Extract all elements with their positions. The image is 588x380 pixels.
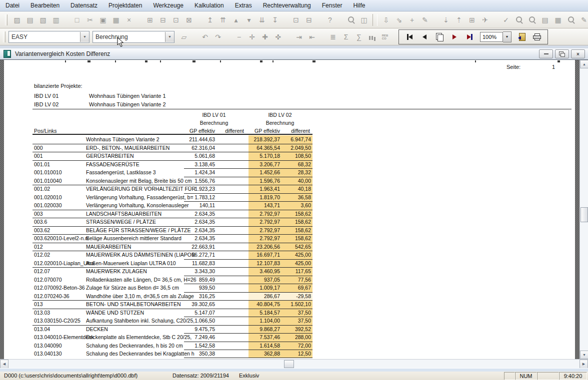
status-num-lock: NUM [515, 372, 537, 380]
menu-werkzeuge[interactable]: Werkzeuge [148, 0, 188, 11]
scroll-up-arrow[interactable]: ▲ [580, 60, 588, 68]
search-web-icon[interactable] [344, 14, 358, 25]
help-icon[interactable]: ? [324, 14, 336, 25]
row-diff-value: 117,65 [271, 267, 311, 276]
row-pos: 013.040090 [34, 342, 62, 350]
link-down-icon[interactable]: ⇣ [440, 14, 452, 25]
sum-icon[interactable]: ∑ [352, 31, 366, 42]
search-project-icon[interactable] [512, 14, 526, 25]
sum-partial-icon[interactable]: Σ [340, 31, 352, 42]
move-down-fast-icon[interactable]: ⇊ [256, 14, 268, 25]
position-add-icon[interactable]: ✚ [258, 31, 272, 42]
last-record-button[interactable] [462, 31, 477, 43]
print-button[interactable] [530, 31, 544, 43]
record-edit-icon[interactable]: ✎ [418, 14, 432, 25]
outdent-icon[interactable]: ⇤ [306, 31, 318, 42]
new-icon[interactable]: □ [70, 14, 84, 25]
row-pos: 003 [34, 210, 43, 218]
tree-list-icon[interactable]: ⊠ [182, 14, 196, 25]
menu-kalkulation[interactable]: Kalkulation [189, 0, 230, 11]
first-record-button[interactable] [402, 31, 417, 43]
modules-icon[interactable]: ⊞ [466, 14, 478, 25]
cut-icon[interactable]: ✂ [84, 14, 96, 25]
chart-icon[interactable] [366, 31, 378, 42]
toolbar-main-icons: ▨▤▧▥□✂▣▦×⊞⊟⊡⊠↥⇈▴▾⇊↧⊡⊟?◫⇩⇘+✎⇣⇡⊞✈✓▤▦✎ [10, 14, 588, 26]
restore-button[interactable] [555, 49, 569, 58]
printer-icon [533, 33, 541, 40]
chevron-down-icon[interactable]: ▼ [503, 31, 512, 42]
print-preview-icon[interactable]: ⊡ [290, 14, 302, 25]
menu-datei[interactable]: Datei [0, 0, 25, 11]
move-top-icon[interactable]: ↥ [204, 14, 216, 25]
takeover-icon[interactable]: ⇩ [380, 14, 392, 25]
move-up-icon[interactable]: ▴ [230, 14, 242, 25]
toolbar-drag-handle[interactable] [5, 14, 8, 25]
mode-combobox[interactable]: Berechnung ▼ [92, 31, 174, 43]
open-icon[interactable]: ▱ [178, 31, 190, 42]
redo-icon[interactable]: ↷ [212, 31, 224, 42]
scroll-down-arrow[interactable]: ▼ [580, 351, 588, 359]
position-insert-icon[interactable]: ✛ [246, 31, 258, 42]
horizontal-scrollbar[interactable]: ◀ ▶ [0, 359, 588, 369]
position-remove-icon[interactable]: − [232, 31, 246, 42]
search-record-icon[interactable] [564, 14, 578, 25]
move-down-icon[interactable]: ▾ [242, 14, 256, 25]
previous-record-button[interactable] [417, 31, 432, 43]
search-global-icon[interactable] [526, 14, 538, 25]
layout-columns-icon[interactable]: ◫ [358, 14, 370, 25]
run-icon[interactable]: ✈ [478, 14, 492, 25]
link-up-icon[interactable]: ⇡ [452, 14, 466, 25]
row-gp1-value: 5.147,07 [140, 309, 215, 317]
menu-hilfe[interactable]: Hilfe [348, 0, 370, 11]
zoom-select[interactable]: 100% ▼ [480, 31, 512, 42]
toolbar-drag-handle-2[interactable] [3, 31, 6, 42]
scroll-left-arrow[interactable]: ◀ [0, 360, 8, 369]
move-up-fast-icon[interactable]: ⇈ [216, 14, 230, 25]
tree-edit-icon[interactable]: ⊡ [170, 14, 182, 25]
list-icon[interactable]: ≣ [326, 31, 340, 42]
view-form-icon[interactable]: ▤ [24, 14, 36, 25]
position-add-special-icon[interactable]: ✜ [272, 31, 284, 42]
close-view-button[interactable] [514, 31, 530, 43]
move-bottom-icon[interactable]: ↧ [268, 14, 282, 25]
tree-insert-icon[interactable]: ⊞ [144, 14, 156, 25]
minimize-button[interactable] [539, 49, 553, 58]
catalog-icon[interactable]: ▤ [538, 14, 552, 25]
chevron-down-icon[interactable]: ▼ [165, 32, 174, 42]
profile-combobox[interactable]: EASY ▼ [8, 31, 90, 43]
copy-icon[interactable]: ▣ [96, 14, 110, 25]
user-edit-icon[interactable]: ✎ [578, 14, 588, 25]
row-gp2-value: 2.792,97 [210, 234, 280, 243]
next-record-button[interactable] [447, 31, 462, 43]
paste-icon[interactable]: ▦ [110, 14, 122, 25]
view-report-icon[interactable]: ▨ [10, 14, 24, 25]
print-icon[interactable]: ⊟ [302, 14, 316, 25]
undo-icon[interactable]: ↶ [198, 31, 212, 42]
vertical-scrollbar[interactable]: ▲ ▼ [580, 60, 588, 359]
copy-pages-button[interactable] [432, 31, 447, 43]
menu-extras[interactable]: Extras [230, 0, 258, 11]
toolbar-second: EASY ▼ Berechnung ▼ ▱↶↷−✛✚✜⇥⇤≣Σ∑REB CO 1… [0, 28, 588, 45]
takeover-edit-icon[interactable]: ⇘ [392, 14, 406, 25]
menu-bearbeiten[interactable]: Bearbeiten [25, 0, 65, 11]
menu-rechteverwaltung[interactable]: Rechteverwaltung [258, 0, 316, 11]
menu-projektdaten[interactable]: Projektdaten [103, 0, 148, 11]
record-new-icon[interactable]: + [406, 14, 418, 25]
tree-insert-sub-icon[interactable]: ⊟ [156, 14, 170, 25]
reb-icon[interactable]: REB CO [378, 31, 392, 42]
menu-datensatz[interactable]: Datensatz [65, 0, 103, 11]
chevron-down-icon[interactable]: ▼ [80, 32, 89, 42]
table-icon[interactable]: ▦ [552, 14, 564, 25]
indent-icon[interactable]: ⇥ [292, 31, 306, 42]
view-data-icon[interactable]: ▥ [50, 14, 62, 25]
check-icon[interactable]: ✓ [500, 14, 512, 25]
scroll-right-arrow[interactable]: ▶ [580, 360, 588, 369]
close-button[interactable]: × [571, 49, 585, 58]
menu-fenster[interactable]: Fenster [316, 0, 348, 11]
document-titlebar[interactable]: Variantenvergleich Kosten Differenz × [0, 48, 588, 60]
view-image-icon[interactable]: ▧ [36, 14, 50, 25]
horizontal-scroll-thumb[interactable] [284, 360, 294, 368]
vertical-scroll-thumb[interactable] [580, 207, 588, 222]
row-diff-value: 12,50 [271, 350, 311, 358]
delete-icon[interactable]: × [122, 14, 136, 25]
